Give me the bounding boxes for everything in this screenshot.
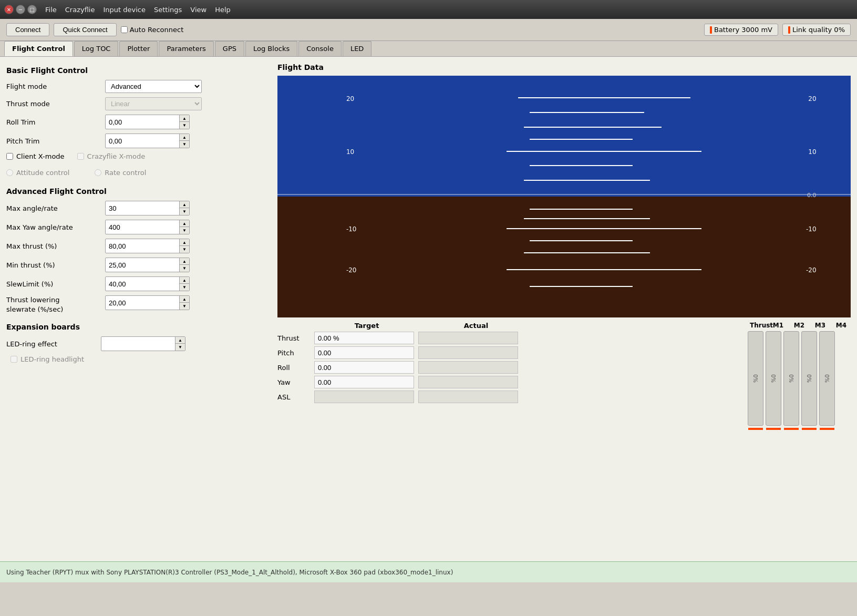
thrust-lowering-input[interactable] — [106, 297, 179, 309]
menu-settings[interactable]: Settings — [154, 6, 182, 14]
menu-input-device[interactable]: Input device — [103, 6, 146, 14]
roll-target-input[interactable] — [314, 361, 414, 374]
asl-telemetry-row: ASL — [277, 391, 744, 403]
flight-mode-select[interactable]: Advanced Normal — [105, 80, 202, 93]
m3-header: M3 — [811, 322, 830, 329]
quick-connect-button[interactable]: Quick Connect — [54, 23, 116, 36]
roll-trim-down[interactable]: ▼ — [180, 122, 189, 129]
m4-slider-track[interactable]: %0 — [819, 331, 835, 426]
thrust-actual-input[interactable] — [418, 332, 518, 344]
slew-limit-down[interactable]: ▼ — [180, 284, 189, 291]
thrust-slider-track[interactable]: %0 — [748, 331, 763, 426]
pitch-target-input[interactable] — [314, 346, 414, 359]
tab-log-toc[interactable]: Log TOC — [74, 41, 119, 56]
m1-slider-track[interactable]: %0 — [766, 331, 781, 426]
max-yaw-input[interactable] — [106, 222, 179, 233]
tab-log-blocks[interactable]: Log Blocks — [245, 41, 297, 56]
attitude-control-radio[interactable] — [6, 169, 13, 176]
pitch-label-neg10-right: -10 — [806, 225, 817, 233]
led-ring-up[interactable]: ▲ — [175, 337, 185, 344]
slew-limit-input[interactable] — [106, 279, 179, 290]
max-angle-up[interactable]: ▲ — [180, 201, 189, 208]
min-thrust-label: Min thrust (%) — [6, 261, 101, 269]
motor-sliders-section: Thrust M1 M2 M3 M4 %0 — [748, 322, 851, 430]
pitch-trim-down[interactable]: ▼ — [180, 141, 189, 148]
pitch-line-7 — [530, 165, 633, 166]
menu-crazyflie[interactable]: Crazyflie — [65, 6, 95, 14]
attitude-indicator: 20 20 10 10 0.0 — [277, 76, 851, 317]
led-ring-input[interactable] — [101, 338, 175, 350]
max-yaw-input-wrap: ▲ ▼ — [105, 220, 190, 234]
thrust-lowering-up[interactable]: ▲ — [180, 296, 189, 303]
pitch-line-4 — [524, 180, 650, 181]
m4-slider-wrap: %0 — [819, 331, 835, 430]
thrust-lowering-input-wrap: ▲ ▼ — [105, 295, 190, 310]
tab-plotter[interactable]: Plotter — [119, 41, 158, 56]
pitch-trim-input[interactable] — [106, 136, 179, 147]
connect-button[interactable]: Connect — [6, 23, 49, 36]
crazyflie-xmode-checkbox[interactable] — [77, 153, 84, 160]
led-headlight-checkbox[interactable] — [11, 356, 17, 363]
slew-limit-up[interactable]: ▲ — [180, 277, 189, 284]
tab-led[interactable]: LED — [343, 41, 371, 56]
thrust-lowering-down[interactable]: ▼ — [180, 303, 189, 310]
pitch-line-neg12 — [530, 240, 633, 241]
max-angle-down[interactable]: ▼ — [180, 208, 189, 215]
tab-flight-control[interactable]: Flight Control — [4, 41, 73, 56]
thrust-field-label: Thrust — [277, 334, 314, 342]
auto-reconnect-checkbox[interactable] — [121, 26, 128, 33]
min-thrust-input[interactable] — [106, 260, 179, 271]
max-thrust-input[interactable] — [106, 241, 179, 252]
maximize-button[interactable]: □ — [27, 5, 37, 14]
max-angle-input[interactable] — [106, 203, 179, 214]
roll-actual-input[interactable] — [418, 361, 518, 374]
menu-view[interactable]: View — [190, 6, 206, 14]
telemetry-table-area: Target Actual Thrust Pitch Roll — [277, 322, 744, 430]
rate-control-radio[interactable] — [95, 169, 101, 176]
m1-slider-label: %0 — [771, 374, 777, 383]
toolbar-right: Battery 3000 mV Link quality 0% — [704, 24, 851, 36]
rate-control-row: Rate control — [95, 169, 146, 177]
thrust-mode-label: Thrust mode — [6, 100, 101, 108]
led-ring-down[interactable]: ▼ — [175, 344, 185, 351]
close-button[interactable]: ✕ — [4, 5, 14, 14]
m1-bottom-bar — [766, 428, 781, 430]
roll-trim-input[interactable] — [106, 117, 179, 128]
main-content: Basic Flight Control Flight mode Advance… — [0, 57, 857, 561]
title-bar: ✕ − □ File Crazyflie Input device Settin… — [0, 0, 857, 19]
pitch-actual-input[interactable] — [418, 346, 518, 359]
battery-label: Battery 3000 mV — [714, 26, 772, 34]
max-angle-input-wrap: ▲ ▼ — [105, 201, 190, 215]
max-thrust-up[interactable]: ▲ — [180, 239, 189, 246]
max-yaw-up[interactable]: ▲ — [180, 220, 189, 227]
m3-slider-track[interactable]: %0 — [801, 331, 817, 426]
tab-console[interactable]: Console — [298, 41, 342, 56]
max-thrust-down[interactable]: ▼ — [180, 246, 189, 253]
min-thrust-down[interactable]: ▼ — [180, 265, 189, 272]
minimize-button[interactable]: − — [16, 5, 25, 14]
led-ring-label: LED-ring effect — [6, 340, 101, 348]
menu-file[interactable]: File — [45, 6, 57, 14]
slew-limit-row: SlewLimit (%) ▲ ▼ — [6, 276, 269, 291]
m2-slider-track[interactable]: %0 — [783, 331, 799, 426]
thrust-slider-wrap: %0 — [748, 331, 763, 430]
pitch-trim-up[interactable]: ▲ — [180, 134, 189, 141]
client-xmode-checkbox[interactable] — [6, 153, 13, 160]
led-ring-input-wrap: ▲ ▼ — [101, 336, 185, 351]
pitch-lines-container: 20 20 10 10 0.0 — [277, 76, 851, 317]
asl-actual-input[interactable] — [418, 391, 518, 403]
max-yaw-down[interactable]: ▼ — [180, 227, 189, 234]
thrust-target-input[interactable] — [314, 332, 414, 344]
tab-gps[interactable]: GPS — [215, 41, 244, 56]
yaw-actual-input[interactable] — [418, 376, 518, 388]
pitch-line-10 — [507, 151, 701, 152]
menu-help[interactable]: Help — [215, 6, 231, 14]
roll-trim-up[interactable]: ▲ — [180, 115, 189, 122]
tab-parameters[interactable]: Parameters — [159, 41, 213, 56]
yaw-target-input[interactable] — [314, 376, 414, 388]
asl-target-input[interactable] — [314, 391, 414, 403]
min-thrust-up[interactable]: ▲ — [180, 258, 189, 265]
m1-slider-wrap: %0 — [766, 331, 781, 430]
pitch-line-17 — [530, 112, 644, 113]
thrust-mode-select[interactable]: Linear — [105, 97, 202, 110]
